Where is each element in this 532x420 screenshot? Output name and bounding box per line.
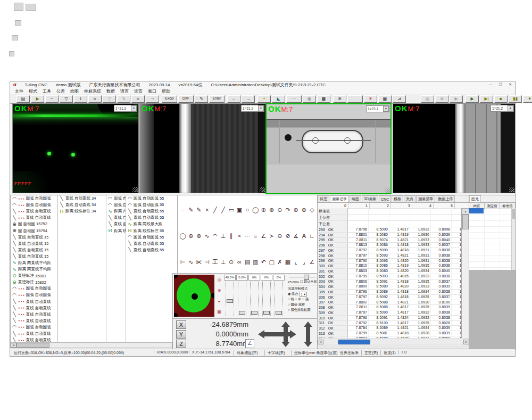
list-item[interactable]: ◠∗∗∗圆弧自动圆弧	[11, 195, 57, 202]
terrain-button[interactable]: ◣	[272, 95, 285, 103]
tab-CNC[interactable]: CNC	[379, 195, 391, 202]
tab-绘图[interactable]: 绘图	[350, 195, 361, 202]
list-item[interactable]: ╲直线自动直线 55	[126, 208, 177, 215]
camera-zoom-select[interactable]: 1=23.1▼	[366, 105, 389, 112]
table-row[interactable]: 299OK7.87908.50931.48201.09310.80381.098…	[318, 259, 461, 264]
element-vscrollbar[interactable]	[511, 208, 516, 270]
palette-tool-icon[interactable]: ·	[179, 207, 187, 213]
save-slot-select[interactable]: 1▾	[300, 292, 307, 297]
table-row[interactable]: 295OK7.88118.50741.48211.09330.80401.098…	[318, 238, 461, 243]
light-mode-icon[interactable]: ⊛	[218, 288, 221, 293]
list-item[interactable]: ◠圆弧自动圆弧 55	[126, 195, 177, 202]
tab-测量清单[interactable]: 测量清单	[416, 195, 435, 202]
tab-状态[interactable]: 状态	[318, 195, 329, 202]
menu-item-语言[interactable]: 语言	[118, 88, 131, 94]
resize-grip-icon[interactable]	[385, 187, 390, 193]
element-row[interactable]	[469, 256, 516, 262]
tile-view-button[interactable]: ≣	[435, 95, 448, 103]
list-item[interactable]: ╲∗∗∗直线自动直线	[11, 318, 57, 324]
list-item[interactable]: ⊖直径标注15801	[11, 273, 57, 279]
funnel-2-button[interactable]: ▽	[103, 95, 116, 103]
light-mode-icon[interactable]: ◎	[218, 277, 221, 282]
dxf-export-button[interactable]: DXF	[178, 95, 194, 103]
palette-tool-icon[interactable]: ∿	[203, 233, 211, 239]
element-row[interactable]	[469, 215, 516, 221]
palette-tool-icon[interactable]: ⊕	[292, 207, 300, 213]
close-button[interactable]: ✕	[509, 83, 512, 87]
tab-测量记录[interactable]: 测量记录	[330, 195, 349, 202]
list-item[interactable]: ⊖直径标注15802	[11, 279, 57, 285]
list-item[interactable]: ╲直线自动直线 15	[11, 253, 57, 260]
palette-tool-icon[interactable]: ⊕	[260, 207, 268, 213]
light-slider-1[interactable]: 0.0%	[236, 275, 248, 317]
open-button[interactable]: ▶	[31, 95, 44, 103]
slider-thumb[interactable]	[227, 299, 233, 303]
menu-item-帮助[interactable]: 帮助	[159, 88, 173, 94]
tab-数据上传[interactable]: 数据上传	[436, 195, 455, 202]
list-item[interactable]: ╲∗∗∗直线自动直线	[11, 215, 57, 221]
light-mode-icon[interactable]: ▦	[217, 309, 221, 314]
table-row[interactable]: 305OK7.87968.50891.48181.09340.80381.098…	[318, 290, 461, 295]
table-row[interactable]: 304OK7.88098.50891.48201.09330.80391.098…	[318, 284, 461, 290]
selected-cell[interactable]	[469, 208, 484, 213]
list-item[interactable]: H距离线性标注 55	[126, 227, 177, 234]
gray-block-2-button[interactable]: ■	[131, 95, 145, 103]
palette-tool-icon[interactable]: ◠	[211, 233, 219, 239]
palette-tool-icon[interactable]: ⊢	[179, 259, 187, 265]
palette-tool-icon[interactable]: ▣	[235, 207, 243, 213]
list-item[interactable]: ╲∗∗∗直线自动直线	[11, 305, 57, 311]
qr-code-button[interactable]: ▦	[378, 95, 392, 103]
menu-item-坐标系统[interactable]: 坐标系统	[81, 88, 104, 94]
palette-tool-icon[interactable]: ⊥	[219, 233, 227, 239]
palette-tool-icon[interactable]: ▢	[268, 259, 276, 265]
list-item[interactable]: ╲∗∗∗直线自动直线	[11, 208, 57, 215]
list-item[interactable]: ◠圆弧自动圆弧 66	[106, 202, 126, 208]
list-item[interactable]: ╲直线自动直线 55	[126, 247, 177, 253]
minimize-button[interactable]: —	[489, 83, 493, 87]
table-row[interactable]: 296OK7.88138.50861.48181.09330.80371.098…	[318, 243, 461, 248]
list-item[interactable]: ∿距离两直线平均距	[11, 266, 57, 273]
scroll-thumb[interactable]	[338, 340, 370, 344]
menu-item-文件[interactable]: 文件	[12, 88, 26, 94]
palette-tool-icon[interactable]: ⊛	[268, 207, 276, 213]
element-row[interactable]	[469, 244, 516, 250]
list-item[interactable]: ╲直线自动直线 66	[106, 221, 126, 227]
list-item[interactable]: ╲直线自动直线 55	[126, 241, 177, 247]
camera-zoom-select[interactable]: 1=21.2▼	[491, 105, 514, 112]
list-item[interactable]: ╲直线自动直线 15	[11, 241, 57, 247]
palette-tool-icon[interactable]: ○	[244, 207, 252, 213]
palette-tool-icon[interactable]: ⋯	[244, 233, 252, 239]
palette-tool-icon[interactable]: ∡	[292, 233, 300, 239]
camera-view-4[interactable]: OKM:7 1=21.2▼	[393, 103, 516, 193]
tab-3D测量[interactable]: 3D测量	[362, 195, 378, 202]
palette-tool-icon[interactable]: ⌞	[292, 259, 300, 265]
step-move-button[interactable]: ⇥	[146, 95, 159, 103]
blank-button[interactable]	[347, 95, 363, 103]
menu-item-模式[interactable]: 模式	[26, 88, 40, 94]
maximize-button[interactable]: ❐	[499, 83, 502, 87]
list-item[interactable]: ◠圆弧自动圆弧 66	[106, 195, 126, 202]
list-item[interactable]: ╲直线自动直线 15	[11, 247, 57, 253]
folder-2-button[interactable]: ▶	[450, 95, 463, 103]
light-slider-0[interactable]: 40.0%	[224, 275, 236, 317]
table-row[interactable]: 308OK7.88118.50881.48171.09350.80391.098…	[318, 305, 461, 310]
excel-export-button[interactable]: Excel	[162, 95, 177, 103]
threshold-radio[interactable]: ○ 阈值-观察	[288, 302, 317, 307]
tab-element[interactable]: 图元	[469, 195, 481, 202]
palette-tool-icon[interactable]: ✗	[276, 259, 284, 265]
list-item[interactable]: ◠∗∗∗圆弧自动圆弧	[11, 202, 57, 208]
table-row[interactable]: 311OK7.87928.51001.48171.09350.80281.098…	[318, 321, 461, 326]
tab-夹具[interactable]: 夹具	[404, 195, 415, 202]
palette-tool-icon[interactable]: ∠	[308, 259, 316, 265]
palette-tool-icon[interactable]: ⊙	[276, 207, 284, 213]
menu-item-数据[interactable]: 数据	[104, 88, 118, 94]
arrow-right-button[interactable]: →	[242, 95, 255, 103]
list-item[interactable]: ╲∗∗∗直线自动直线	[11, 337, 57, 342]
scroll-thumb[interactable]	[16, 343, 49, 348]
list-item[interactable]: ◠∗∗∗圆弧自动圆弧	[11, 292, 57, 298]
dash-dash-button[interactable]: - -	[286, 95, 302, 103]
palette-tool-icon[interactable]: ◯	[252, 207, 260, 213]
table-hscrollbar[interactable]: ◄ ►	[318, 339, 469, 344]
angle-jog-button[interactable]: ∠	[245, 339, 254, 348]
list-item[interactable]: ⊕圆自动圆 15794	[11, 227, 57, 234]
